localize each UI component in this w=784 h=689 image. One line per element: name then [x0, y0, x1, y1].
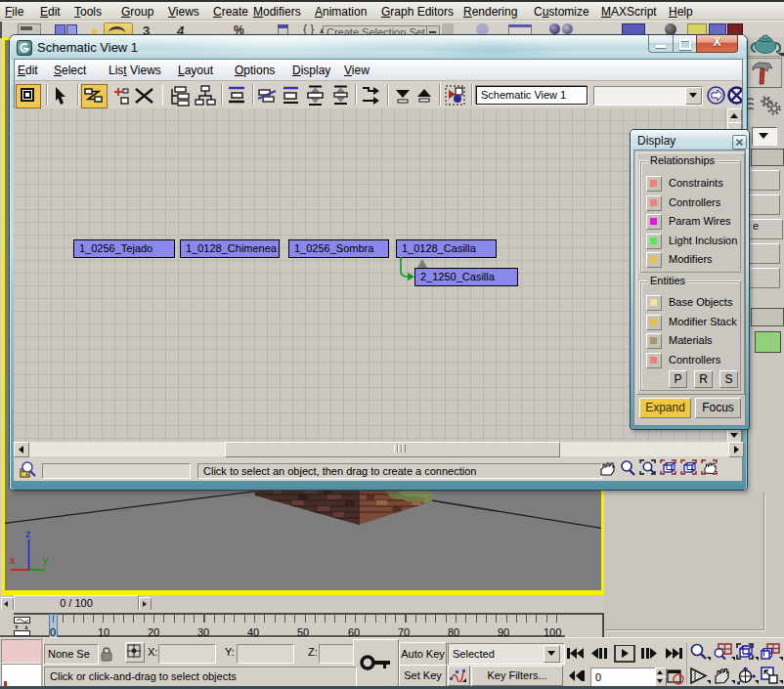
svg-text:z: z: [25, 528, 31, 539]
svg-text:x: x: [10, 554, 16, 566]
svg-text:y: y: [43, 554, 49, 566]
